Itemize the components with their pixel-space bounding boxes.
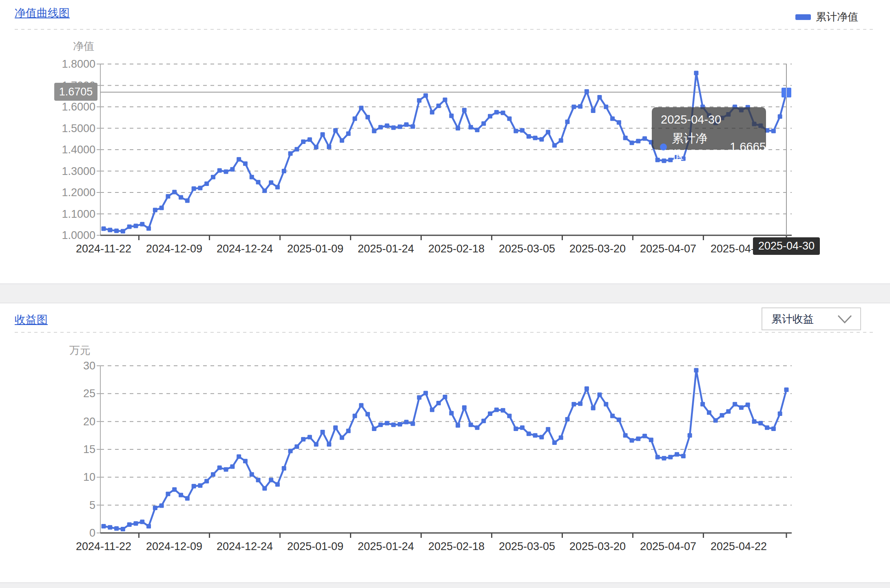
data-point-marker[interactable]: [739, 405, 744, 410]
data-point-marker[interactable]: [294, 147, 299, 151]
data-point-marker[interactable]: [391, 422, 396, 427]
data-point-marker[interactable]: [102, 226, 106, 231]
data-point-marker[interactable]: [282, 466, 286, 471]
data-point-marker[interactable]: [456, 126, 460, 130]
data-point-marker[interactable]: [133, 521, 138, 526]
data-point-marker[interactable]: [655, 158, 660, 162]
charts-canvas[interactable]: 净值1.80001.70001.60001.50001.40001.30001.…: [0, 0, 890, 588]
data-point-marker[interactable]: [333, 425, 338, 430]
data-point-marker[interactable]: [598, 393, 602, 397]
data-point-marker[interactable]: [642, 136, 647, 141]
data-point-marker[interactable]: [275, 185, 280, 189]
data-point-marker[interactable]: [488, 114, 492, 119]
data-point-marker[interactable]: [192, 484, 196, 489]
data-point-marker[interactable]: [217, 466, 222, 470]
data-point-marker[interactable]: [153, 208, 157, 212]
data-point-marker[interactable]: [327, 145, 331, 149]
data-point-marker[interactable]: [746, 402, 750, 407]
data-point-marker[interactable]: [166, 194, 170, 199]
data-point-marker[interactable]: [610, 413, 615, 418]
data-point-marker[interactable]: [559, 435, 563, 440]
data-point-marker[interactable]: [546, 130, 550, 134]
data-point-marker[interactable]: [352, 116, 357, 121]
data-point-marker[interactable]: [314, 442, 319, 447]
data-point-marker[interactable]: [668, 455, 673, 460]
data-point-marker[interactable]: [146, 524, 151, 528]
data-point-marker[interactable]: [301, 437, 306, 442]
data-point-marker[interactable]: [385, 421, 389, 425]
data-point-marker[interactable]: [308, 435, 312, 439]
data-point-marker[interactable]: [159, 206, 164, 210]
data-point-marker[interactable]: [204, 181, 209, 186]
data-point-marker[interactable]: [778, 114, 782, 119]
data-point-marker[interactable]: [778, 411, 782, 416]
data-point-marker[interactable]: [571, 105, 576, 109]
data-point-marker[interactable]: [501, 111, 505, 115]
data-point-marker[interactable]: [623, 136, 628, 140]
data-point-marker[interactable]: [294, 444, 299, 449]
data-point-marker[interactable]: [539, 435, 544, 439]
data-point-marker[interactable]: [192, 186, 196, 191]
data-point-marker[interactable]: [417, 395, 421, 400]
data-point-marker[interactable]: [121, 527, 125, 531]
data-point-marker[interactable]: [288, 151, 292, 156]
data-point-marker[interactable]: [675, 452, 679, 457]
data-point-marker[interactable]: [571, 402, 576, 407]
data-point-marker[interactable]: [411, 422, 415, 426]
data-point-marker[interactable]: [179, 195, 183, 200]
data-point-marker[interactable]: [114, 228, 119, 233]
data-point-marker[interactable]: [211, 175, 215, 179]
data-point-marker[interactable]: [346, 429, 351, 433]
data-point-marker[interactable]: [108, 525, 112, 530]
data-point-marker[interactable]: [198, 186, 202, 190]
data-point-marker[interactable]: [617, 418, 621, 422]
data-point-marker[interactable]: [527, 431, 531, 436]
data-point-marker[interactable]: [256, 478, 261, 482]
data-point-marker[interactable]: [140, 519, 144, 524]
data-point-marker[interactable]: [340, 138, 344, 143]
data-point-marker[interactable]: [320, 132, 325, 137]
data-point-marker[interactable]: [720, 413, 724, 418]
data-point-marker[interactable]: [694, 71, 698, 75]
data-point-marker[interactable]: [636, 437, 640, 441]
data-point-marker[interactable]: [584, 387, 589, 391]
data-point-marker[interactable]: [713, 418, 718, 422]
data-point-marker[interactable]: [784, 387, 789, 392]
data-point-marker[interactable]: [694, 368, 698, 372]
data-point-marker[interactable]: [578, 104, 582, 108]
data-point-marker[interactable]: [379, 422, 383, 427]
data-point-marker[interactable]: [462, 108, 467, 112]
data-point-marker[interactable]: [127, 225, 132, 229]
data-point-marker[interactable]: [507, 413, 511, 418]
data-point-marker[interactable]: [733, 402, 737, 407]
data-point-marker[interactable]: [436, 401, 441, 405]
data-point-marker[interactable]: [423, 93, 428, 98]
data-point-marker[interactable]: [642, 434, 647, 438]
data-point-marker[interactable]: [398, 124, 402, 129]
data-point-marker[interactable]: [198, 483, 202, 488]
data-point-marker[interactable]: [591, 406, 596, 410]
data-point-marker[interactable]: [146, 226, 151, 231]
data-point-marker[interactable]: [256, 180, 261, 184]
data-point-marker[interactable]: [359, 403, 363, 408]
data-point-marker[interactable]: [565, 417, 570, 422]
data-point-marker[interactable]: [430, 407, 434, 412]
data-point-marker[interactable]: [243, 459, 248, 463]
data-point-marker[interactable]: [520, 425, 525, 430]
data-point-marker[interactable]: [250, 175, 254, 179]
data-point-marker[interactable]: [552, 143, 557, 148]
data-point-marker[interactable]: [681, 454, 686, 458]
data-point-marker[interactable]: [623, 433, 628, 438]
data-point-marker[interactable]: [726, 409, 731, 414]
data-point-marker[interactable]: [629, 141, 634, 145]
data-point-marker[interactable]: [359, 106, 363, 110]
data-point-marker[interactable]: [140, 222, 144, 226]
data-point-marker[interactable]: [127, 522, 132, 527]
data-point-marker[interactable]: [230, 167, 235, 172]
data-point-marker[interactable]: [224, 170, 228, 174]
data-point-marker[interactable]: [598, 95, 602, 99]
data-point-marker[interactable]: [662, 456, 666, 460]
data-point-marker[interactable]: [185, 496, 190, 501]
data-point-marker[interactable]: [481, 419, 486, 423]
data-point-marker[interactable]: [108, 228, 112, 232]
